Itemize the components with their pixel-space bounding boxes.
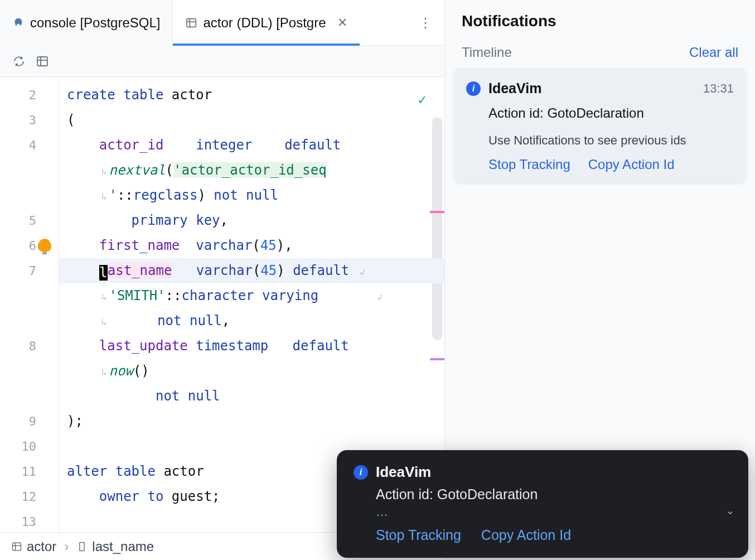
line-number [0, 308, 59, 334]
info-icon: i [354, 465, 368, 480]
chevron-right-icon: › [61, 539, 72, 554]
toast-ellipsis: … [376, 505, 732, 519]
line-number [0, 183, 59, 208]
panel-title: Notifications [462, 12, 738, 30]
elephant-icon [12, 17, 25, 29]
breadcrumb-column[interactable]: last_name [76, 539, 154, 554]
tab-ddl[interactable]: actor (DDL) [Postgre ✕ [173, 0, 359, 46]
line-number: 5 [0, 208, 59, 233]
line-number: 3 [0, 108, 59, 133]
code-line: ↳nextval('actor_actor_id_seq [59, 158, 444, 183]
code-line: actor_id integer default [59, 133, 444, 158]
svg-rect-0 [187, 18, 196, 27]
code-line: ↳now() [59, 359, 444, 384]
code-line: ↳ not null, [59, 308, 444, 334]
timeline-label: Timeline [462, 45, 512, 60]
breadcrumb-label: actor [27, 539, 56, 554]
svg-rect-3 [37, 57, 47, 66]
kebab-icon[interactable]: ⋮ [406, 15, 444, 31]
stop-tracking-link[interactable]: Stop Tracking [376, 527, 461, 543]
svg-rect-9 [80, 542, 84, 551]
column-icon [76, 541, 88, 552]
line-number [0, 359, 59, 384]
toast-title: IdeaVim [376, 464, 431, 481]
line-number [0, 158, 59, 183]
line-number: 10 [0, 434, 59, 459]
copy-action-id-link[interactable]: Copy Action Id [588, 157, 675, 172]
toast-body: Action id: GotoDeclaration [376, 486, 732, 503]
info-icon: i [466, 81, 481, 96]
code-line: ); [59, 409, 444, 434]
chevron-down-icon[interactable]: ⌄ [725, 504, 735, 517]
line-number: 4 [0, 133, 59, 158]
notification-body: Action id: GotoDeclaration [488, 105, 734, 121]
line-number: 8 [0, 334, 59, 359]
tab-label: console [PostgreSQL] [30, 15, 160, 31]
breadcrumb-label: last_name [92, 539, 154, 554]
line-number: 11 [0, 459, 59, 484]
tab-console[interactable]: console [PostgreSQL] [0, 0, 173, 46]
notification-title: IdeaVim [488, 80, 695, 96]
notification-time: 13:31 [703, 81, 734, 96]
line-number: 2 [0, 83, 59, 108]
toast-notification[interactable]: i IdeaVim Action id: GotoDeclaration … S… [337, 450, 748, 558]
code-line: first_name varchar(45), [59, 233, 444, 258]
code-line: not null [59, 384, 444, 409]
sync-icon[interactable] [12, 55, 26, 68]
svg-rect-6 [13, 543, 21, 550]
notification-card[interactable]: i IdeaVim 13:31 Action id: GotoDeclarati… [453, 68, 747, 185]
vim-cursor: l [99, 265, 108, 281]
code-line: create table actor [59, 83, 444, 108]
bulb-icon[interactable] [38, 239, 51, 252]
breadcrumb-table[interactable]: actor [11, 539, 56, 554]
clear-all-link[interactable]: Clear all [689, 45, 738, 60]
code-line: ↳'SMITH'::character varying ↲ [59, 283, 444, 308]
code-line: last_update timestamp default [59, 334, 444, 359]
notification-hint: Use Notifications to see previous ids [488, 133, 734, 148]
line-number [0, 384, 59, 409]
editor-tabs: console [PostgreSQL] actor (DDL) [Postgr… [0, 0, 444, 46]
table-icon[interactable] [36, 55, 49, 68]
line-number: 7 [0, 258, 59, 283]
line-number: 13 [0, 509, 59, 532]
line-number: 9 [0, 409, 59, 434]
code-line: last_name varchar(45) default ↲ [59, 258, 444, 283]
close-icon[interactable]: ✕ [337, 16, 347, 30]
stop-tracking-link[interactable]: Stop Tracking [488, 157, 570, 172]
line-number [0, 283, 59, 308]
table-icon [185, 17, 197, 29]
gutter: 2 3 4 5 6 7 8 9 10 11 12 13 [0, 77, 59, 532]
table-icon [11, 541, 22, 552]
tab-label: actor (DDL) [Postgre [203, 15, 326, 31]
code-line: ( [59, 108, 444, 133]
editor-toolbar [0, 46, 444, 77]
copy-action-id-link[interactable]: Copy Action Id [481, 527, 571, 543]
code-line: primary key, [59, 208, 444, 233]
code-line: ↳'::regclass) not null [59, 183, 444, 208]
line-number: 12 [0, 484, 59, 509]
